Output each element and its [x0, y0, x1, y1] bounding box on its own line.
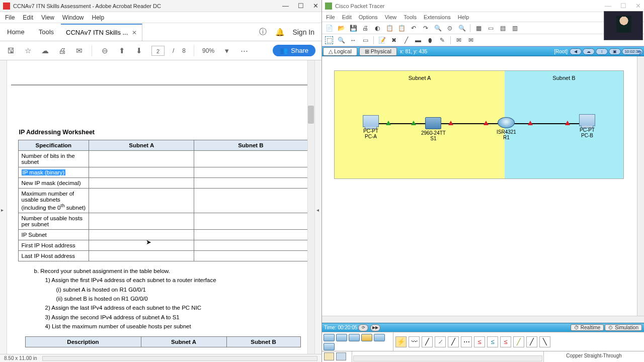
fast-forward-button[interactable]: ▶▶: [370, 324, 380, 331]
move-icon[interactable]: ↔: [349, 36, 357, 44]
menu-edit[interactable]: Edit: [23, 14, 33, 21]
right-panel-toggle[interactable]: [314, 60, 321, 354]
conn-console[interactable]: 〰: [409, 336, 420, 347]
tab-tools[interactable]: Tools: [32, 28, 61, 36]
document-scroll[interactable]: IP Addressing Worksheet Specification Su…: [7, 60, 314, 354]
print-icon[interactable]: 🖨: [57, 46, 66, 55]
palette-icon[interactable]: ▦: [474, 24, 482, 32]
conn-phone[interactable]: ⋯: [461, 336, 472, 347]
selected-text[interactable]: IP mask (binary): [22, 169, 66, 175]
device-category-item[interactable]: [374, 334, 385, 341]
workspace-canvas[interactable]: Subnet A Subnet B PC-PT PC-A 2960-24TT S…: [322, 56, 644, 323]
menu-view[interactable]: View: [41, 14, 54, 21]
select-icon[interactable]: ⬚: [325, 36, 333, 44]
link-wire[interactable]: [378, 123, 586, 124]
device-category-item[interactable]: [336, 334, 347, 341]
scenario-item[interactable]: [324, 352, 334, 360]
nav-cluster-button[interactable]: ☁: [583, 48, 595, 55]
horizontal-scrollbar[interactable]: [42, 356, 317, 361]
zoom-level[interactable]: 90%: [202, 47, 214, 54]
rect-icon[interactable]: ▬: [414, 36, 422, 44]
pt-close-button[interactable]: ✕: [635, 2, 641, 10]
conn-fiber[interactable]: ╱: [448, 336, 459, 347]
stack-icon[interactable]: ▥: [511, 24, 519, 32]
scrollbar-thumb[interactable]: [308, 106, 314, 124]
vertical-scrollbar[interactable]: [307, 60, 314, 354]
more-icon[interactable]: ⋯: [239, 46, 249, 55]
conn-cross[interactable]: ⟋: [435, 336, 446, 347]
cloud-icon[interactable]: ☁: [40, 46, 49, 55]
pt-minimize-button[interactable]: —: [605, 2, 611, 10]
mail-icon[interactable]: ✉: [74, 46, 84, 55]
device-category-item[interactable]: [361, 334, 372, 341]
page-number-input[interactable]: 2: [151, 46, 165, 56]
share-button[interactable]: 👥 Share: [273, 45, 315, 56]
wizard-icon[interactable]: ◐: [373, 24, 381, 32]
zoom-out-icon[interactable]: 🔍: [458, 24, 466, 32]
inspect-icon[interactable]: 🔍: [337, 36, 345, 44]
custom-icon[interactable]: ▤: [499, 24, 507, 32]
save-icon[interactable]: 💾: [349, 24, 357, 32]
save-icon[interactable]: 🖫: [6, 46, 15, 55]
pt-menu-extensions[interactable]: Extensions: [424, 14, 451, 20]
line-icon[interactable]: ╱: [402, 36, 410, 44]
power-cycle-button[interactable]: ⟳: [358, 324, 368, 331]
device-category-item[interactable]: [324, 334, 335, 341]
menu-window[interactable]: Window: [62, 14, 84, 21]
device-strip[interactable]: [352, 351, 543, 362]
zoom-in-icon[interactable]: 🔍: [434, 24, 442, 32]
device-category-item[interactable]: [324, 343, 335, 350]
redo-icon[interactable]: ↷: [422, 24, 430, 32]
bell-icon[interactable]: 🔔: [275, 28, 284, 37]
signin-button[interactable]: Sign In: [292, 28, 314, 36]
zoom-out-icon[interactable]: ⊖: [100, 46, 109, 55]
undo-icon[interactable]: ↶: [410, 24, 418, 32]
tab-physical[interactable]: ⊞Physical: [359, 47, 397, 56]
menu-file[interactable]: File: [5, 14, 15, 21]
device-pc-a[interactable]: PC-PT PC-A: [363, 115, 379, 139]
pt-menu-edit[interactable]: Edit: [342, 14, 352, 20]
complex-pdu-icon[interactable]: ✉: [467, 36, 475, 44]
conn-usb[interactable]: ╱: [526, 336, 537, 347]
open-icon[interactable]: 📂: [337, 24, 345, 32]
mode-simulation[interactable]: ⏲Simulation: [605, 324, 642, 331]
device-switch-s1[interactable]: 2960-24TT S1: [421, 117, 446, 141]
pt-menu-tools[interactable]: Tools: [404, 14, 417, 20]
freeform-icon[interactable]: ✎: [438, 36, 446, 44]
palette-hscrollbar[interactable]: [353, 355, 542, 361]
pt-menu-help[interactable]: Help: [458, 14, 469, 20]
close-button[interactable]: ✕: [313, 2, 318, 10]
canvas-hscrollbar[interactable]: [322, 316, 644, 323]
conn-serial-dte[interactable]: ≤: [500, 336, 511, 347]
nav-viewport-button[interactable]: ▣: [609, 48, 621, 55]
scenario-item[interactable]: [336, 352, 346, 360]
conn-auto[interactable]: ⚡: [395, 336, 407, 347]
nav-root[interactable]: [Root]: [552, 49, 570, 54]
conn-octal[interactable]: ╱: [513, 336, 524, 347]
tab-logical[interactable]: △Logical: [323, 47, 357, 56]
delete-icon[interactable]: ✖: [390, 36, 398, 44]
canvas-vscrollbar[interactable]: [637, 56, 644, 316]
copy-icon[interactable]: 📋: [385, 24, 393, 32]
conn-custom[interactable]: ╲: [539, 336, 550, 347]
tab-home[interactable]: Home: [0, 28, 32, 36]
pt-titlebar[interactable]: Cisco Packet Tracer — ☐ ✕: [322, 0, 644, 12]
pt-menu-options[interactable]: Options: [359, 14, 378, 20]
conn-straight[interactable]: ╱: [422, 336, 433, 347]
paste-icon[interactable]: 📋: [397, 24, 406, 32]
nav-move-button[interactable]: ↕: [596, 48, 608, 55]
help-shortcut-icon[interactable]: ?: [637, 49, 642, 57]
mode-realtime[interactable]: ⏱Realtime: [571, 324, 604, 331]
maximize-button[interactable]: ☐: [298, 2, 304, 10]
ellipse-icon[interactable]: ⬮: [426, 36, 434, 44]
simple-pdu-icon[interactable]: ✉: [455, 36, 463, 44]
tab-document[interactable]: CCNAv7 ITN Skills ... ✕: [61, 24, 142, 41]
device-category-grid[interactable]: [322, 332, 393, 351]
star-icon[interactable]: ☆: [23, 46, 32, 55]
menu-help[interactable]: Help: [92, 14, 105, 21]
nav-back-button[interactable]: ◀: [570, 48, 582, 55]
new-icon[interactable]: 📄: [325, 24, 333, 32]
marquee-icon[interactable]: ▭: [361, 36, 369, 44]
zoom-dropdown-icon[interactable]: ▾: [222, 46, 231, 55]
zoom-reset-icon[interactable]: ⊙: [446, 24, 454, 32]
